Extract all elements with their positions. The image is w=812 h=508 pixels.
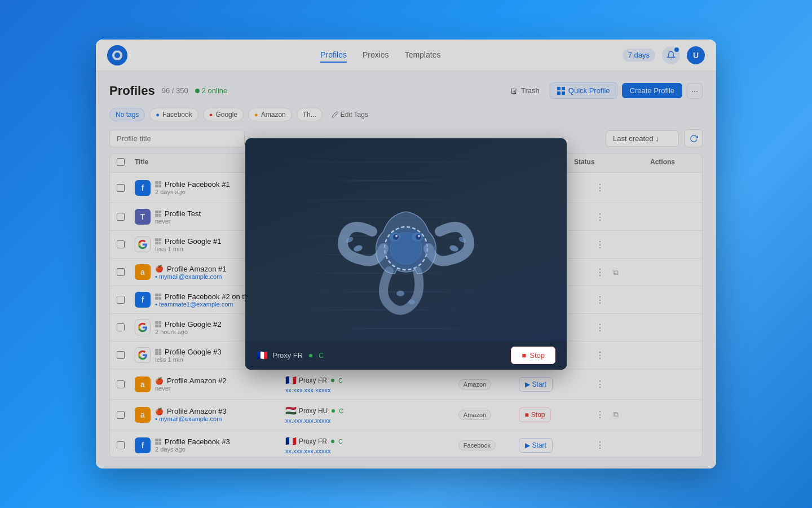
modal-bottom-bar: 🇫🇷 Proxy FR C ■ Stop	[245, 341, 567, 370]
modal-animation: 🇫🇷 Proxy FR C ■ Stop	[245, 138, 567, 370]
svg-point-15	[395, 235, 398, 237]
kraken-graphic	[327, 175, 485, 333]
svg-point-5	[353, 244, 363, 253]
modal-overlay[interactable]: 🇫🇷 Proxy FR C ■ Stop	[96, 40, 716, 468]
svg-point-9	[396, 291, 404, 296]
proxy-info-bottom: 🇫🇷 Proxy FR C	[257, 350, 502, 361]
svg-point-7	[449, 244, 459, 253]
proxy-flag: 🇫🇷	[257, 350, 268, 361]
proxy-name-label: Proxy FR	[272, 351, 303, 360]
stop-icon: ■	[522, 351, 526, 360]
svg-point-10	[408, 300, 415, 304]
proxy-status-dot	[309, 354, 312, 357]
proxy-connected-label: C	[319, 352, 324, 360]
app-window: Profiles Proxies Templates 7 days U Prof…	[96, 40, 716, 468]
svg-point-16	[418, 235, 420, 237]
modal-stop-button[interactable]: ■ Stop	[511, 347, 555, 364]
modal: 🇫🇷 Proxy FR C ■ Stop	[245, 138, 567, 370]
